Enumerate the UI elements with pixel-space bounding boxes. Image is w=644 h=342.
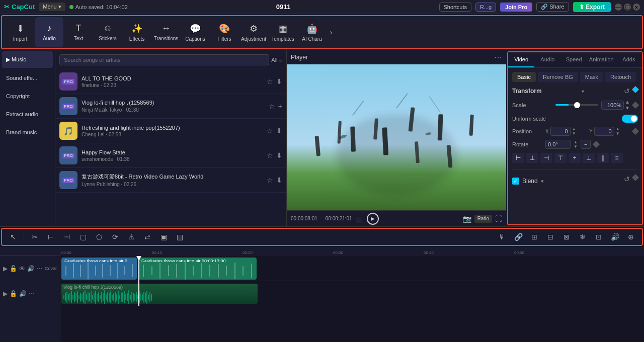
volume-button[interactable]: 🔊: [608, 230, 622, 244]
align-distribute-h-button[interactable]: ‖: [597, 153, 609, 163]
detach-button[interactable]: ⊠: [559, 230, 574, 244]
maximize-button[interactable]: □: [624, 4, 631, 11]
subtab-basic[interactable]: Basic: [512, 72, 536, 82]
tab-speed[interactable]: Speed: [561, 52, 587, 67]
align-top-button[interactable]: ⊤: [554, 153, 567, 163]
list-item[interactable]: PRO 复古游戏可爱8bit - Retro Video Game Lazy W…: [55, 168, 286, 193]
list-item[interactable]: 🎵 Refreshing and light indie pop(1552207…: [55, 119, 286, 143]
flip-tool[interactable]: ⇄: [140, 230, 154, 244]
favorite-button[interactable]: ☆: [267, 176, 273, 184]
fullscreen-button[interactable]: ⛶: [495, 215, 502, 223]
freeze-button[interactable]: ❄: [576, 230, 590, 244]
track-more-button[interactable]: ⋯: [37, 265, 43, 272]
favorite-button[interactable]: ☆: [267, 127, 273, 135]
list-item[interactable]: PRO Happy Flow State senshomoods · 01:38…: [55, 143, 286, 168]
toolbar-item-captions[interactable]: 💬 Captions: [181, 17, 209, 47]
blend-keyframe[interactable]: [632, 174, 639, 181]
tab-animation[interactable]: Animation: [587, 52, 616, 67]
pos-x-up[interactable]: ▲: [572, 127, 576, 131]
frame-tool[interactable]: ▤: [173, 230, 187, 244]
rotate-value-input[interactable]: [545, 140, 571, 149]
toolbar-item-ai-chara[interactable]: 🤖 AI Chara: [298, 17, 326, 47]
mask-tool[interactable]: ⬠: [92, 230, 106, 244]
reset-blend-button[interactable]: ↺: [624, 175, 630, 183]
screenshot-button[interactable]: 📷: [463, 215, 471, 223]
pos-x-input[interactable]: [550, 127, 571, 136]
search-input[interactable]: [59, 54, 269, 65]
tab-audio[interactable]: Audio: [534, 52, 560, 67]
track-audio-button[interactable]: 🔊: [27, 265, 35, 272]
warn-tool[interactable]: ⚠: [124, 230, 138, 244]
timeline-select-tool[interactable]: ↖: [6, 230, 20, 244]
toolbar-item-adjustment[interactable]: ⚙ Adjustment: [239, 17, 268, 47]
add-button[interactable]: +: [278, 102, 282, 110]
video-clip-2[interactable]: Graduates throw caps into air 00:00:13:0…: [138, 258, 257, 280]
pos-y-down[interactable]: ▼: [616, 132, 620, 136]
audio-expand-button[interactable]: ▶: [3, 290, 8, 297]
scale-keyframe[interactable]: [632, 101, 639, 108]
video-clip-1[interactable]: Graduates throw caps into air 0: [61, 258, 137, 280]
download-button[interactable]: ⬇: [276, 151, 282, 159]
favorite-button[interactable]: ☆: [267, 77, 273, 86]
undo-tool[interactable]: ⟳: [108, 230, 122, 244]
share-button[interactable]: 🔗 Share: [536, 2, 569, 12]
sidebar-item-music[interactable]: ▶ Music: [2, 51, 53, 68]
blend-checkbox[interactable]: ✓: [512, 178, 519, 185]
tab-video[interactable]: Video: [508, 52, 534, 67]
split-tool[interactable]: ✂: [28, 230, 42, 244]
align-right-button[interactable]: ⊣: [540, 153, 552, 163]
align-left-button[interactable]: ⊢: [512, 153, 524, 163]
reset-transform-button[interactable]: ↺: [624, 87, 630, 95]
trim-end-tool[interactable]: ⊣: [60, 230, 74, 244]
download-button[interactable]: ⬇: [276, 77, 282, 86]
ratio-button[interactable]: Ratio: [474, 215, 492, 223]
zoom-button[interactable]: ⊕: [624, 230, 638, 244]
export-button[interactable]: ⬆ Export: [573, 2, 611, 12]
track-lock-button[interactable]: 🔓: [10, 265, 17, 272]
toolbar-item-transitions[interactable]: ↔ Transitions: [152, 17, 180, 47]
toolbar-item-import[interactable]: ⬇ Import: [6, 17, 34, 47]
position-keyframe[interactable]: [632, 128, 639, 135]
rotate-down[interactable]: ▼: [574, 145, 578, 149]
toolbar-item-stickers[interactable]: ☺ Stickers: [94, 17, 122, 47]
rotate-control[interactable]: −: [581, 140, 591, 149]
scale-value-input[interactable]: [601, 101, 624, 110]
play-button[interactable]: ▶: [367, 213, 379, 225]
keyframe-button[interactable]: [632, 86, 639, 93]
toolbar-item-text[interactable]: T Text: [64, 17, 93, 47]
link-button[interactable]: 🔗: [511, 230, 525, 244]
grid-view-button[interactable]: ▦: [356, 215, 363, 223]
menu-button[interactable]: Menu ▾: [39, 3, 65, 11]
player-menu-button[interactable]: ⋯: [494, 52, 502, 62]
sidebar-item-copyright[interactable]: Copyright: [2, 88, 53, 104]
pro-account-button[interactable]: R...g: [475, 3, 496, 12]
audio-clip[interactable]: Vlog lo-fi chill hop ♩(1258569): [61, 284, 258, 304]
pos-y-up[interactable]: ▲: [616, 127, 620, 131]
scale-stepper[interactable]: ▲ ▼: [625, 99, 630, 111]
favorite-button[interactable]: ☆: [269, 102, 275, 110]
toolbar-item-filters[interactable]: 🎨 Filters: [210, 17, 238, 47]
align-center-h-button[interactable]: ⊥: [526, 153, 538, 163]
audio-more-button[interactable]: ⋯: [29, 290, 35, 297]
close-button[interactable]: ×: [633, 4, 640, 11]
rotate-keyframe[interactable]: [593, 141, 600, 148]
uniform-scale-toggle[interactable]: [622, 115, 638, 123]
track-expand-button[interactable]: ▶: [3, 265, 8, 272]
tab-adds[interactable]: Adds: [616, 52, 642, 67]
bg-button[interactable]: ⊡: [592, 230, 606, 244]
list-item[interactable]: PRO Vlog lo-fi chill hop ♩(1258569) Ninj…: [55, 94, 286, 119]
download-button[interactable]: ⬇: [276, 176, 282, 184]
split-button[interactable]: ⊟: [543, 230, 557, 244]
subtab-mask[interactable]: Mask: [580, 72, 603, 82]
crop-tool[interactable]: ▢: [76, 230, 90, 244]
search-all-button[interactable]: All ≡: [271, 54, 282, 65]
align-bottom-button[interactable]: ⊥: [583, 153, 595, 163]
join-pro-button[interactable]: Join Pro: [500, 3, 532, 12]
download-button[interactable]: ⬇: [276, 127, 282, 135]
favorite-button[interactable]: ☆: [267, 151, 273, 159]
mic-button[interactable]: 🎙: [495, 230, 509, 244]
audio-mute-button[interactable]: 🔊: [19, 290, 27, 297]
toolbar-item-templates[interactable]: ▦ Templates: [269, 17, 297, 47]
list-item[interactable]: PRO ALL TO THE GOOD finetune · 02:23 ☆ ⬇: [55, 69, 286, 94]
toolbar-item-audio[interactable]: ♪ Audio: [35, 17, 63, 47]
